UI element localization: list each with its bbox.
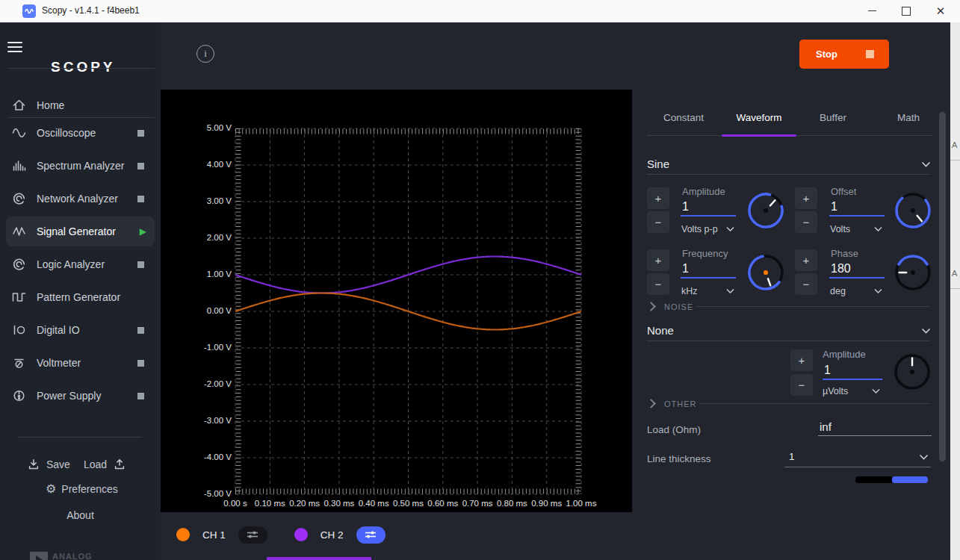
- waveform-plot[interactable]: 5.00 V4.00 V3.00 V2.00 V1.00 V0.00 V-1.0…: [161, 90, 632, 512]
- voltmeter-icon: [10, 355, 27, 370]
- channel-1-settings-button[interactable]: [238, 526, 267, 544]
- tab-math[interactable]: Math: [875, 112, 942, 130]
- channel-1-label[interactable]: CH 1: [202, 529, 226, 541]
- sidebar-item-oscilloscope[interactable]: Oscilloscope: [6, 118, 155, 148]
- load-input[interactable]: [818, 420, 932, 436]
- home-icon: [10, 98, 27, 113]
- channel-2-block[interactable]: CH 2: [294, 526, 385, 544]
- offset-knob[interactable]: [892, 190, 934, 234]
- tab-waveform[interactable]: Waveform: [725, 112, 793, 130]
- phase-knob[interactable]: [892, 252, 934, 296]
- offset-unit-select[interactable]: Volts: [830, 224, 850, 234]
- frequency-unit-select[interactable]: kHz: [681, 286, 698, 296]
- stop-indicator-square: [866, 50, 874, 58]
- minimize-button[interactable]: [859, 0, 885, 22]
- sidebar-item-pattern-generator[interactable]: Pattern Generator: [6, 282, 155, 312]
- power-supply-icon: [10, 388, 27, 403]
- tab-constant[interactable]: Constant: [650, 112, 717, 130]
- frequency-decrement-button[interactable]: −: [647, 273, 669, 295]
- y-axis-tick-label: -4.00 V: [187, 452, 232, 461]
- frequency-label: Frequency: [682, 248, 728, 259]
- noise-amplitude-unit-select[interactable]: µVolts: [823, 386, 848, 396]
- sidebar-item-label: Oscilloscope: [37, 127, 96, 139]
- chevron-down-icon[interactable]: [874, 288, 882, 294]
- load-label: Load (Ohm): [647, 424, 701, 435]
- sidebar-item-spectrum-analyzer[interactable]: Spectrum Analyzer: [6, 151, 155, 181]
- y-axis-tick-label: -5.00 V: [187, 489, 232, 498]
- noise-amplitude-input[interactable]: [823, 364, 882, 380]
- sidebar-item-label: Power Supply: [37, 390, 101, 402]
- amplitude-decrement-button[interactable]: −: [647, 211, 669, 233]
- noise-amplitude-increment-button[interactable]: +: [790, 349, 813, 371]
- offset-label: Offset: [831, 186, 856, 197]
- about-link[interactable]: About: [0, 509, 161, 521]
- frequency-input[interactable]: [681, 262, 736, 279]
- waveform-type-select[interactable]: Sine: [647, 158, 669, 170]
- sidebar-item-label: Signal Generator: [37, 225, 116, 237]
- menu-icon[interactable]: [7, 39, 22, 55]
- running-indicator-icon: ▶: [140, 226, 146, 237]
- signal-generator-icon: [10, 224, 27, 239]
- chevron-down-icon[interactable]: [726, 226, 734, 232]
- panel-scrollbar[interactable]: [939, 112, 946, 461]
- sidebar-item-logic-analyzer[interactable]: Logic Analyzer: [6, 249, 155, 279]
- noise-type-select[interactable]: None: [647, 324, 674, 337]
- phase-input[interactable]: [829, 262, 885, 279]
- sidebar-item-power-supply[interactable]: Power Supply: [6, 381, 155, 411]
- line-thickness-select[interactable]: 1: [789, 451, 795, 462]
- y-axis-tick-label: 3.00 V: [187, 196, 232, 205]
- pattern-icon: [10, 290, 27, 305]
- chevron-down-icon[interactable]: [872, 388, 880, 394]
- offset-increment-button[interactable]: +: [795, 187, 817, 209]
- load-button[interactable]: Load: [84, 458, 126, 471]
- phase-decrement-button[interactable]: −: [795, 273, 817, 295]
- stop-button[interactable]: Stop: [799, 40, 889, 69]
- sidebar: SCOPY HomeOscilloscopeSpectrum AnalyzerN…: [0, 22, 161, 560]
- sidebar-item-digital-io[interactable]: Digital IO: [6, 315, 155, 345]
- channel-1-color-dot: [176, 528, 190, 541]
- tab-buffer[interactable]: Buffer: [799, 112, 867, 130]
- amplitude-knob[interactable]: [745, 190, 787, 234]
- sidebar-item-voltmeter[interactable]: Voltmeter: [6, 348, 155, 378]
- frequency-increment-button[interactable]: +: [647, 249, 669, 271]
- channel-2-settings-button[interactable]: [356, 526, 385, 544]
- chevron-down-icon[interactable]: [921, 328, 931, 335]
- chevron-down-icon[interactable]: [874, 226, 882, 232]
- channel-1-block[interactable]: CH 1: [176, 526, 267, 544]
- preferences-button[interactable]: ⚙ Preferences: [46, 482, 118, 496]
- info-icon[interactable]: i: [196, 45, 214, 63]
- chevron-down-icon[interactable]: [726, 288, 734, 294]
- select-underline: [784, 467, 931, 467]
- load-icon: [113, 458, 126, 471]
- network-icon: [10, 191, 27, 206]
- phase-increment-button[interactable]: +: [795, 249, 817, 271]
- y-axis-tick-label: 4.00 V: [187, 160, 232, 169]
- y-axis-tick-label: 2.00 V: [187, 233, 232, 242]
- chevron-down-icon[interactable]: [921, 161, 931, 168]
- amplitude-increment-button[interactable]: +: [647, 187, 669, 209]
- sidebar-item-network-analyzer[interactable]: Network Analyzer: [6, 184, 155, 214]
- noise-section-line: [696, 306, 930, 307]
- analog-devices-logo-icon: [30, 552, 48, 560]
- offset-input[interactable]: [829, 200, 885, 217]
- channel-2-label[interactable]: CH 2: [320, 529, 344, 541]
- hscroll-thumb[interactable]: [892, 476, 928, 483]
- amplitude-input[interactable]: [681, 200, 736, 217]
- maximize-button[interactable]: [894, 0, 919, 22]
- amplitude-unit-select[interactable]: Volts p-p: [681, 224, 718, 234]
- y-axis-tick-label: -2.00 V: [187, 379, 232, 388]
- frequency-knob[interactable]: [745, 252, 787, 296]
- sidebar-item-label: Voltmeter: [37, 357, 81, 369]
- hscroll-track[interactable]: [855, 476, 893, 483]
- sidebar-item-home[interactable]: Home: [6, 90, 155, 120]
- chevron-down-icon[interactable]: [919, 454, 929, 461]
- close-button[interactable]: ✕: [928, 0, 953, 22]
- divider: [7, 68, 155, 69]
- noise-amplitude-decrement-button[interactable]: −: [790, 374, 813, 396]
- offset-decrement-button[interactable]: −: [795, 211, 817, 233]
- noise-amplitude-knob[interactable]: [891, 351, 933, 396]
- phase-unit-select[interactable]: deg: [830, 286, 846, 296]
- save-button[interactable]: Save: [27, 458, 70, 471]
- sidebar-item-label: Digital IO: [37, 324, 80, 336]
- sidebar-item-signal-generator[interactable]: Signal Generator▶: [6, 217, 155, 246]
